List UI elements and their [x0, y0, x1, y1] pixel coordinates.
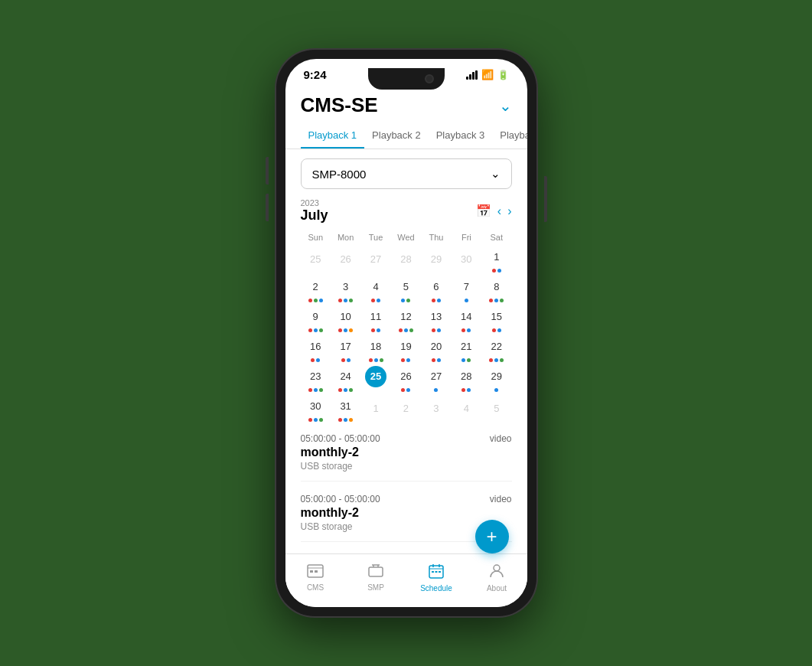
status-icons: 📶 🔋	[466, 69, 509, 80]
entry-1-time: 05:00:00 - 05:00:00	[301, 433, 380, 444]
power-button[interactable]	[544, 176, 547, 222]
day-cell[interactable]: 14	[452, 305, 481, 335]
calendar-nav: 📅 ‹ ›	[476, 204, 512, 218]
day-cell[interactable]: 9	[301, 305, 331, 335]
add-fab-button[interactable]: +	[475, 520, 509, 553]
playback-tabs: Playback 1 Playback 2 Playback 3 Playbac…	[285, 123, 527, 149]
col-tue: Tue	[360, 230, 390, 245]
day-cell[interactable]: 28	[391, 245, 421, 275]
day-cell[interactable]: 12	[391, 305, 421, 335]
schedule-icon	[429, 563, 444, 583]
entry-2-type: video	[490, 494, 512, 504]
day-cell[interactable]: 29	[421, 245, 451, 275]
calendar: 2023 July 📅 ‹ › Sun Mon	[285, 198, 527, 424]
nav-smp-label: SMP	[367, 583, 384, 592]
day-cell[interactable]: 1	[481, 245, 511, 275]
day-cell[interactable]: 31	[331, 394, 360, 424]
day-cell[interactable]: 4	[360, 275, 390, 305]
day-cell[interactable]: 2	[391, 394, 421, 424]
nav-schedule[interactable]: Schedule	[406, 563, 467, 593]
tab-playback-1[interactable]: Playback 1	[301, 123, 365, 149]
day-cell[interactable]: 15	[481, 305, 511, 335]
entry-2-name: monthly-2	[301, 506, 512, 520]
cms-icon	[307, 564, 324, 582]
col-wed: Wed	[391, 230, 421, 245]
nav-cms-label: CMS	[307, 583, 324, 592]
day-cell[interactable]: 21	[452, 335, 481, 364]
svg-rect-4	[369, 567, 383, 576]
calendar-year: 2023	[301, 198, 328, 207]
svg-rect-2	[310, 570, 313, 573]
day-cell[interactable]: 26	[331, 245, 360, 275]
bottom-navigation: CMS SMP	[285, 553, 527, 607]
battery-icon: 🔋	[497, 70, 509, 80]
tab-playback-4[interactable]: Playback 4	[492, 123, 527, 149]
entry-1-type: video	[490, 433, 512, 444]
day-cell[interactable]: 27	[421, 364, 451, 394]
day-cell[interactable]: 17	[331, 335, 360, 364]
tab-playback-2[interactable]: Playback 2	[364, 123, 429, 149]
calendar-grid: Sun Mon Tue Wed Thu Fri Sat	[301, 230, 512, 424]
day-cell[interactable]: 13	[421, 305, 451, 335]
app-title: CMS-SE	[301, 93, 378, 117]
day-cell[interactable]: 27	[360, 245, 390, 275]
app-content: CMS-SE ⌄ Playback 1 Playback 2 Playback …	[285, 84, 527, 589]
calendar-week-4: 16 17 18	[301, 335, 512, 364]
about-icon	[489, 563, 504, 583]
phone-frame: 9:24 📶 🔋 CMS-SE ⌄ Playback 1	[276, 50, 536, 616]
day-cell[interactable]: 6	[421, 275, 451, 305]
nav-smp[interactable]: SMP	[346, 564, 406, 592]
day-cell[interactable]: 25	[301, 245, 331, 275]
day-cell[interactable]: 18	[360, 335, 390, 364]
day-cell[interactable]: 4	[452, 394, 481, 424]
day-cell[interactable]: 11	[360, 305, 390, 335]
vol-down-button[interactable]	[266, 194, 269, 221]
day-cell[interactable]: 30	[301, 394, 331, 424]
day-cell[interactable]: 30	[452, 245, 481, 275]
day-cell[interactable]: 23	[301, 364, 331, 394]
day-cell[interactable]: 1	[360, 394, 390, 424]
day-cell[interactable]: 19	[391, 335, 421, 364]
tab-playback-3[interactable]: Playback 3	[429, 123, 493, 149]
dropdown-chevron-icon[interactable]: ⌄	[499, 96, 512, 115]
calendar-icon[interactable]: 📅	[476, 204, 491, 218]
nav-cms[interactable]: CMS	[285, 564, 346, 592]
col-thu: Thu	[421, 230, 451, 245]
day-cell[interactable]: 24	[331, 364, 360, 394]
day-cell[interactable]: 26	[391, 364, 421, 394]
device-dropdown-icon: ⌄	[491, 167, 501, 181]
entry-1[interactable]: 05:00:00 - 05:00:00 video monthly-2 USB …	[301, 433, 512, 482]
day-cell[interactable]: 20	[421, 335, 451, 364]
nav-about[interactable]: About	[467, 563, 527, 593]
day-cell[interactable]: 22	[481, 335, 511, 364]
day-cell[interactable]: 5	[391, 275, 421, 305]
calendar-next-icon[interactable]: ›	[507, 204, 511, 218]
status-time: 9:24	[304, 68, 327, 81]
day-cell[interactable]: 3	[421, 394, 451, 424]
signal-icon	[466, 70, 478, 80]
svg-rect-3	[315, 570, 318, 573]
vol-up-button[interactable]	[266, 157, 269, 184]
entry-1-name: monthly-2	[301, 446, 512, 459]
day-cell[interactable]: 25	[360, 364, 390, 394]
day-cell[interactable]: 28	[452, 364, 481, 394]
entry-1-header: 05:00:00 - 05:00:00 video	[301, 433, 512, 444]
day-cell[interactable]: 8	[481, 275, 511, 305]
day-cell[interactable]: 16	[301, 335, 331, 364]
calendar-header: 2023 July 📅 ‹ ›	[301, 198, 512, 224]
day-cell[interactable]: 10	[331, 305, 360, 335]
calendar-month-year: 2023 July	[301, 198, 328, 224]
day-cell[interactable]: 3	[331, 275, 360, 305]
day-cell[interactable]: 5	[481, 394, 511, 424]
device-selector[interactable]: SMP-8000 ⌄	[301, 158, 512, 189]
calendar-month: July	[301, 207, 328, 224]
calendar-prev-icon[interactable]: ‹	[497, 204, 501, 218]
nav-about-label: About	[487, 584, 507, 593]
day-cell[interactable]: 2	[301, 275, 331, 305]
notch	[368, 68, 445, 90]
calendar-week-2: 2 3 4	[301, 275, 512, 305]
day-cell[interactable]: 7	[452, 275, 481, 305]
wifi-icon: 📶	[481, 69, 494, 80]
day-cell[interactable]: 29	[481, 364, 511, 394]
svg-rect-12	[432, 571, 434, 573]
